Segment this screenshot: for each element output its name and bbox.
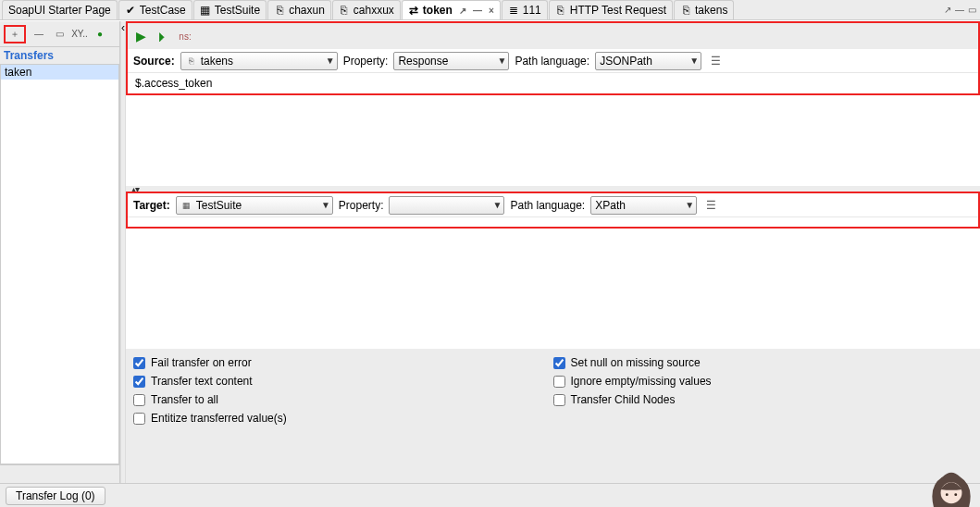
- source-expression[interactable]: $.access_token: [128, 73, 978, 93]
- source-xpath-wizard-button[interactable]: ☰: [707, 53, 724, 69]
- sidebar-footer: [0, 464, 119, 483]
- bottom-bar: Transfer Log (0): [0, 483, 980, 507]
- transfers-title: Transfers: [0, 47, 119, 64]
- tab-111[interactable]: ≣111: [502, 0, 548, 19]
- source-property-label: Property:: [343, 55, 389, 68]
- minimize-icon[interactable]: —: [473, 6, 482, 16]
- maximize-icon[interactable]: ▭: [968, 5, 976, 15]
- target-editor-area[interactable]: [126, 229, 980, 349]
- add-transfer-highlight: ＋: [4, 25, 26, 43]
- testsuite-icon: ▦: [200, 5, 211, 16]
- add-transfer-button[interactable]: ＋: [7, 27, 22, 42]
- chevron-down-icon: ▼: [685, 200, 694, 210]
- source-step-combo[interactable]: ⎘ takens▼: [180, 52, 338, 70]
- source-row: Source: ⎘ takens▼ Property: Response▼ Pa…: [128, 49, 978, 73]
- source-highlight-box: ▶ ⏵ ns: Source: ⎘ takens▼ Pro: [126, 21, 980, 95]
- svg-point-2: [954, 493, 957, 496]
- list-icon: ≣: [508, 5, 519, 16]
- avatar: [924, 468, 978, 507]
- chevron-down-icon: ▼: [689, 56, 699, 66]
- close-icon[interactable]: ×: [489, 6, 494, 16]
- transfer-item[interactable]: taken: [1, 65, 118, 80]
- tab-http-test-request[interactable]: ⎘HTTP Test Request: [549, 0, 673, 19]
- source-pathlang-combo[interactable]: JSONPath▼: [595, 52, 701, 70]
- set-null-checkbox[interactable]: Set null on missing source: [553, 356, 974, 369]
- http-icon: ⎘: [339, 5, 350, 16]
- rename-transfer-button[interactable]: XY..: [72, 27, 87, 42]
- fail-on-error-checkbox[interactable]: Fail transfer on error: [133, 356, 553, 369]
- source-editor-area[interactable]: [126, 95, 980, 186]
- tab-chaxun[interactable]: ⎘chaxun: [267, 0, 331, 19]
- tab-takens[interactable]: ⎘takens: [674, 0, 734, 19]
- target-step-combo[interactable]: ▦ TestSuite▼: [176, 196, 333, 215]
- transfer-icon: ⇄: [408, 5, 419, 16]
- tab-testcase[interactable]: ✔TestCase: [118, 0, 192, 19]
- target-xpath-wizard-button[interactable]: ☰: [702, 197, 719, 214]
- tab-cahxxux[interactable]: ⎘cahxxux: [332, 0, 401, 19]
- tab-token[interactable]: ⇄token↗—×: [402, 0, 501, 19]
- tab-starter-page[interactable]: SoapUI Starter Page: [2, 0, 118, 19]
- entitize-checkbox[interactable]: Entitize transferred value(s): [133, 412, 553, 425]
- editor-toolbar: ▶ ⏵ ns:: [128, 23, 978, 49]
- editor-tabs: SoapUI Starter Page ✔TestCase ▦TestSuite…: [0, 0, 980, 20]
- target-highlight-box: Target: ▦ TestSuite▼ Property: ▼ Path la…: [126, 192, 980, 229]
- run-all-button[interactable]: ⏵: [155, 29, 170, 43]
- testsuite-icon: ▦: [180, 200, 193, 211]
- minimize-icon[interactable]: —: [955, 5, 964, 15]
- transfer-text-checkbox[interactable]: Transfer text content: [133, 375, 553, 388]
- testcase-icon: ✔: [125, 5, 136, 16]
- target-property-label: Property:: [339, 199, 384, 212]
- declare-ns-button[interactable]: ns:: [178, 29, 192, 43]
- svg-point-1: [946, 493, 949, 496]
- chevron-down-icon: ▼: [326, 56, 335, 66]
- options-panel: Fail transfer on error Transfer text con…: [126, 349, 980, 432]
- http-icon: ⎘: [680, 5, 691, 16]
- run-button[interactable]: ▶: [133, 29, 148, 43]
- copy-transfer-button[interactable]: ▭: [52, 27, 67, 42]
- http-icon: ⎘: [185, 56, 198, 67]
- ignore-empty-checkbox[interactable]: Ignore empty/missing values: [553, 375, 974, 388]
- property-transfer-window: SoapUI Starter Page ✔TestCase ▦TestSuite…: [0, 0, 980, 507]
- config-button[interactable]: ●: [93, 27, 107, 42]
- target-row: Target: ▦ TestSuite▼ Property: ▼ Path la…: [128, 193, 978, 217]
- detach-icon[interactable]: ↗: [944, 5, 951, 15]
- main-split: ＋ — ▭ XY.. ● Transfers taken ‹: [0, 20, 980, 483]
- transfer-log-tab[interactable]: Transfer Log (0): [6, 487, 105, 505]
- http-icon: ⎘: [555, 5, 566, 16]
- target-property-combo[interactable]: ▼: [389, 196, 504, 215]
- tabs-window-controls: ↗ — ▭: [944, 0, 980, 19]
- target-pathlang-combo[interactable]: XPath▼: [590, 196, 697, 215]
- source-pathlang-label: Path language:: [515, 55, 589, 68]
- child-nodes-checkbox[interactable]: Transfer Child Nodes: [553, 393, 974, 406]
- chevron-down-icon: ▼: [321, 200, 330, 210]
- chevron-down-icon: ▼: [493, 200, 502, 210]
- target-label: Target:: [133, 199, 170, 212]
- transfers-list[interactable]: taken: [0, 64, 119, 464]
- chevron-down-icon: ▼: [497, 56, 506, 66]
- transfers-sidebar: ＋ — ▭ XY.. ● Transfers taken: [0, 21, 120, 483]
- http-icon: ⎘: [274, 5, 285, 16]
- detach-icon[interactable]: ↗: [459, 6, 466, 16]
- target-pathlang-label: Path language:: [510, 199, 585, 212]
- remove-transfer-button[interactable]: —: [31, 27, 46, 42]
- transfer-to-all-checkbox[interactable]: Transfer to all: [133, 393, 553, 406]
- sidebar-toolbar: ＋ — ▭ XY.. ●: [0, 21, 119, 47]
- source-property-combo[interactable]: Response▼: [393, 52, 509, 70]
- tab-testsuite[interactable]: ▦TestSuite: [193, 0, 267, 19]
- transfer-editor: ▶ ⏵ ns: Source: ⎘ takens▼ Pro: [126, 21, 980, 483]
- source-label: Source:: [133, 55, 175, 68]
